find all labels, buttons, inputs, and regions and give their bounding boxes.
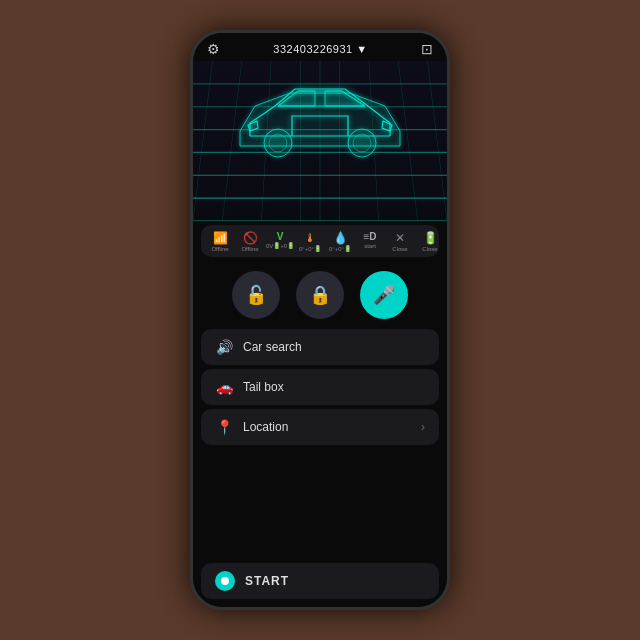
start-mode-icon: ≡D — [363, 231, 376, 242]
car-visualization: .car-line { stroke: #00e5cc; stroke-widt… — [193, 61, 447, 221]
status-close2[interactable]: 🔋 Close — [415, 231, 445, 253]
start-dot-inner — [221, 577, 229, 585]
location-icon: 📍 — [215, 419, 233, 435]
close1-icon: ✕ — [395, 231, 405, 245]
status-close1[interactable]: ✕ Close — [385, 231, 415, 253]
status-bar: 📶 Offline 🚫 Offline V 0V🔋+0🔋 🌡 0°+0°🔋 💧 … — [201, 225, 439, 257]
phone-screen: ⚙ 332403226931 ▼ ⊡ — [193, 33, 447, 607]
status-wifi: 🚫 Offline — [235, 231, 265, 253]
settings-icon[interactable]: ⚙ — [207, 41, 220, 57]
unlock-button[interactable]: 🔓 — [232, 271, 280, 319]
menu-item-tail-box[interactable]: 🚗 Tail box — [201, 369, 439, 405]
start-mode-label: start — [364, 243, 376, 250]
status-start[interactable]: ≡D start — [355, 231, 385, 250]
svg-line-7 — [193, 61, 213, 221]
status-voltage: V 0V🔋+0🔋 — [265, 231, 295, 250]
svg-point-17 — [269, 134, 287, 152]
wifi-icon: 🚫 — [243, 231, 258, 245]
svg-line-15 — [427, 61, 447, 221]
close1-label: Close — [392, 246, 407, 253]
app-title: 332403226931 ▼ — [273, 43, 367, 55]
close2-icon: 🔋 — [423, 231, 438, 245]
mic-button[interactable]: 🎤 — [360, 271, 408, 319]
temp-icon: 🌡 — [304, 231, 316, 245]
car-wireframe: .car-line { stroke: #00e5cc; stroke-widt… — [220, 71, 420, 191]
network-label: Offline — [211, 246, 228, 253]
menu-item-location[interactable]: 📍 Location › — [201, 409, 439, 445]
tail-box-icon: 🚗 — [215, 379, 233, 395]
scan-icon[interactable]: ⊡ — [421, 41, 433, 57]
lock-button[interactable]: 🔒 — [296, 271, 344, 319]
start-label: START — [245, 574, 289, 588]
top-bar: ⚙ 332403226931 ▼ ⊡ — [193, 33, 447, 61]
wifi-label: Offline — [241, 246, 258, 253]
control-row: 🔓 🔒 🎤 — [193, 261, 447, 327]
car-search-label: Car search — [243, 340, 302, 354]
status-temp: 🌡 0°+0°🔋 — [295, 231, 325, 253]
tail-box-label: Tail box — [243, 380, 284, 394]
location-label: Location — [243, 420, 288, 434]
voltage-icon: V — [277, 231, 284, 242]
svg-point-19 — [353, 134, 371, 152]
start-dot — [215, 571, 235, 591]
car-svg: .car-line { stroke: #00e5cc; stroke-widt… — [220, 71, 420, 181]
fuel-icon: 💧 — [333, 231, 348, 245]
location-arrow-icon: › — [421, 420, 425, 434]
phone-device: ⚙ 332403226931 ▼ ⊡ — [190, 30, 450, 610]
close2-label: Close — [422, 246, 437, 253]
menu-list: 🔊 Car search 🚗 Tail box 📍 Location › — [193, 327, 447, 559]
voltage-label: 0V🔋+0🔋 — [266, 243, 294, 250]
network-icon: 📶 — [213, 231, 228, 245]
fuel-label: 0°+0°🔋 — [329, 246, 351, 253]
start-button[interactable]: START — [201, 563, 439, 599]
menu-item-car-search[interactable]: 🔊 Car search — [201, 329, 439, 365]
status-fuel: 💧 0°+0°🔋 — [325, 231, 355, 253]
temp-label: 0°+0°🔋 — [299, 246, 321, 253]
car-search-icon: 🔊 — [215, 339, 233, 355]
status-network: 📶 Offline — [205, 231, 235, 253]
